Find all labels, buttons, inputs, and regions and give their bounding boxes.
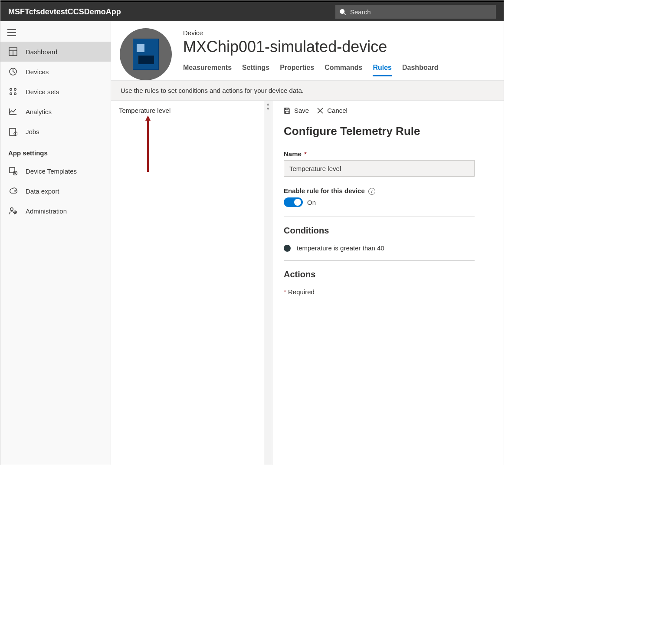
data-export-icon xyxy=(8,186,18,196)
rules-banner: Use the rules to set conditions and acti… xyxy=(111,80,504,101)
device-tabs: Measurements Settings Properties Command… xyxy=(183,64,495,76)
stepper-down-icon[interactable]: ▾ xyxy=(267,106,269,111)
divider xyxy=(284,260,475,261)
sidebar-item-label: Jobs xyxy=(26,128,39,135)
cancel-button[interactable]: Cancel xyxy=(317,107,347,114)
svg-point-2 xyxy=(10,89,12,90)
save-button[interactable]: Save xyxy=(284,107,309,114)
sidebar-item-jobs[interactable]: Jobs xyxy=(0,122,111,141)
name-input[interactable] xyxy=(284,160,475,177)
device-templates-icon xyxy=(8,166,18,176)
svg-point-3 xyxy=(14,89,16,90)
svg-point-5 xyxy=(14,93,16,95)
rule-form: Save Cancel Configure Telemetry Rule Nam… xyxy=(272,101,504,465)
top-bar: MSFTcfsdevtestCCSDemoApp xyxy=(0,0,504,21)
device-header: Device MXChip001-simulated-device Measur… xyxy=(111,21,504,80)
condition-dot-icon xyxy=(284,245,291,252)
jobs-icon xyxy=(8,127,18,136)
actions-heading: Actions xyxy=(284,269,492,279)
name-label: Name * xyxy=(284,150,492,158)
sidebar-item-label: Administration xyxy=(26,207,67,215)
administration-icon xyxy=(8,206,18,216)
condition-row[interactable]: temperature is greater than 40 xyxy=(284,244,492,252)
sidebar-item-label: Devices xyxy=(26,68,49,76)
sidebar-item-label: Dashboard xyxy=(26,48,57,56)
device-sets-icon xyxy=(8,87,18,96)
required-note: * Required xyxy=(284,288,492,296)
svg-point-4 xyxy=(10,93,12,95)
condition-text: temperature is greater than 40 xyxy=(297,244,384,252)
rule-list-stepper: ▴ ▾ xyxy=(264,101,272,465)
sidebar-item-device-templates[interactable]: Device Templates xyxy=(0,161,111,181)
sidebar-item-device-sets[interactable]: Device sets xyxy=(0,82,111,102)
search-input[interactable] xyxy=(350,8,492,16)
search-icon xyxy=(340,8,347,15)
cancel-label: Cancel xyxy=(327,107,347,114)
sidebar: Dashboard Devices Device sets Analytics … xyxy=(0,21,111,465)
device-kicker: Device xyxy=(183,29,495,36)
close-icon xyxy=(317,107,324,114)
annotation-arrow-icon xyxy=(145,115,151,172)
sidebar-section-app-settings: App settings xyxy=(0,141,111,161)
search-box[interactable] xyxy=(335,5,496,19)
tab-rules[interactable]: Rules xyxy=(373,64,392,76)
rule-list: Temperature level xyxy=(111,101,264,465)
sidebar-item-label: Device sets xyxy=(26,88,59,95)
app-title: MSFTcfsdevtestCCSDemoApp xyxy=(8,7,121,16)
enable-rule-label: Enable rule for this device i xyxy=(284,187,492,195)
svg-rect-12 xyxy=(285,108,288,110)
panel-title: Configure Telemetry Rule xyxy=(284,125,492,138)
sidebar-item-dashboard[interactable]: Dashboard xyxy=(0,42,111,62)
sidebar-item-administration[interactable]: Administration xyxy=(0,201,111,221)
sidebar-item-label: Analytics xyxy=(26,108,52,115)
info-icon[interactable]: i xyxy=(368,188,375,195)
sidebar-item-devices[interactable]: Devices xyxy=(0,62,111,82)
save-label: Save xyxy=(294,107,309,114)
sidebar-item-label: Data export xyxy=(26,187,59,195)
svg-point-10 xyxy=(10,208,13,210)
svg-rect-13 xyxy=(285,111,289,113)
tab-settings[interactable]: Settings xyxy=(242,64,269,76)
save-icon xyxy=(284,107,291,114)
sidebar-item-label: Device Templates xyxy=(26,168,77,175)
tab-measurements[interactable]: Measurements xyxy=(183,64,232,76)
devices-icon xyxy=(8,67,18,76)
divider xyxy=(284,217,475,217)
tab-dashboard[interactable]: Dashboard xyxy=(402,64,439,76)
hamburger-button[interactable] xyxy=(0,25,23,42)
analytics-icon xyxy=(8,107,18,116)
device-title: MXChip001-simulated-device xyxy=(183,37,495,56)
tab-properties[interactable]: Properties xyxy=(280,64,314,76)
device-avatar xyxy=(120,28,172,80)
sidebar-item-analytics[interactable]: Analytics xyxy=(0,102,111,122)
sidebar-item-data-export[interactable]: Data export xyxy=(0,181,111,201)
enable-rule-toggle[interactable] xyxy=(284,197,303,207)
rule-list-item[interactable]: Temperature level xyxy=(119,107,256,114)
dashboard-icon xyxy=(8,47,18,56)
tab-commands[interactable]: Commands xyxy=(325,64,362,76)
toggle-state-label: On xyxy=(307,199,316,206)
chip-board-icon xyxy=(133,39,159,70)
conditions-heading: Conditions xyxy=(284,226,492,236)
